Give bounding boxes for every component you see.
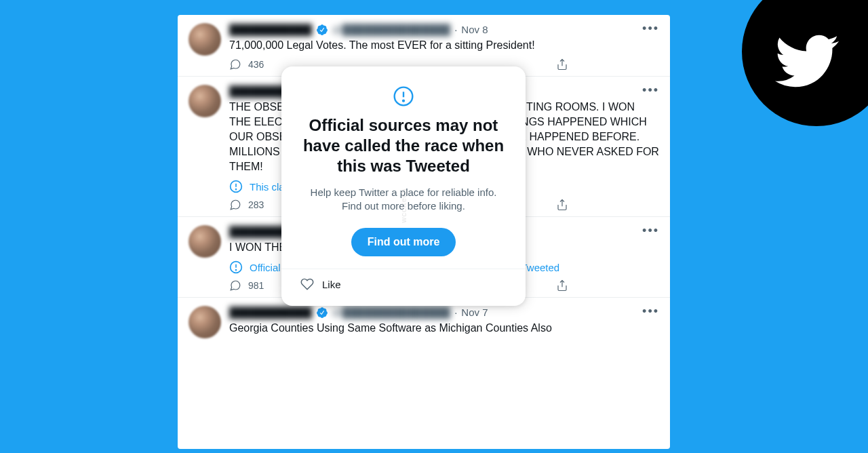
reply-count: 283 [248, 199, 264, 210]
reply-button[interactable]: 436 [229, 58, 264, 71]
share-button[interactable] [556, 199, 568, 211]
more-button[interactable]: ••• [642, 86, 659, 94]
misinformation-modal: Official sources may not have called the… [281, 66, 526, 306]
tweet-body: ████████████ @███████████████ · Nov 7 Ge… [229, 306, 659, 341]
share-icon [556, 279, 568, 292]
verified-icon [316, 307, 328, 319]
reply-icon [229, 279, 241, 292]
avatar[interactable] [189, 23, 221, 56]
modal-subtitle: Help keep Twitter a place for reliable i… [300, 186, 507, 213]
more-button[interactable]: ••• [642, 226, 659, 235]
twitter-bird-icon [775, 29, 839, 93]
like-button[interactable]: Like [281, 269, 526, 294]
more-button[interactable]: ••• [642, 24, 659, 33]
reply-button[interactable]: 981 [229, 279, 264, 292]
heart-icon [300, 277, 314, 291]
twitter-brand-badge [742, 0, 868, 126]
share-button[interactable] [556, 58, 568, 71]
reply-icon [229, 199, 241, 211]
separator-dot: · [454, 306, 457, 319]
avatar[interactable] [189, 85, 221, 117]
tweet-header: ████████████ @███████████████ · Nov 8 [229, 23, 659, 37]
find-out-more-button[interactable]: Find out more [351, 228, 456, 256]
svg-point-3 [236, 189, 237, 190]
reply-icon [229, 58, 241, 71]
tweet-text: Georgia Counties Using Same Software as … [229, 321, 659, 336]
canvas: ████████████ @███████████████ · Nov 8 71… [0, 0, 868, 453]
reply-button[interactable]: 283 [229, 199, 264, 211]
warning-icon [229, 260, 243, 274]
tweet-date[interactable]: Nov 8 [461, 23, 488, 37]
display-name[interactable]: ████████████ [229, 23, 312, 37]
handle[interactable]: @███████████████ [332, 23, 451, 37]
tweet-body: ████████████ @███████████████ · Nov 8 71… [229, 23, 659, 71]
reply-count: 436 [248, 59, 264, 70]
like-label: Like [322, 279, 341, 290]
more-button[interactable]: ••• [642, 307, 659, 315]
reply-count: 981 [248, 280, 264, 291]
tweet-date[interactable]: Nov 7 [461, 306, 488, 319]
warning-icon [229, 180, 243, 193]
share-icon [556, 58, 568, 71]
avatar[interactable] [189, 225, 221, 258]
tweet-header: ████████████ @███████████████ · Nov 7 [229, 306, 659, 319]
share-button[interactable] [556, 279, 568, 292]
avatar[interactable] [189, 306, 221, 338]
verified-icon [316, 24, 328, 36]
warning-icon [393, 85, 414, 107]
tweet-text: 71,000,000 Legal Votes. The most EVER fo… [229, 38, 659, 53]
separator-dot: · [454, 23, 457, 37]
svg-point-7 [236, 270, 237, 271]
modal-title: Official sources may not have called the… [300, 115, 507, 176]
display-name[interactable]: ████████████ [229, 306, 312, 319]
share-icon [556, 199, 568, 211]
handle[interactable]: @███████████████ [332, 306, 451, 319]
svg-point-11 [403, 100, 404, 102]
